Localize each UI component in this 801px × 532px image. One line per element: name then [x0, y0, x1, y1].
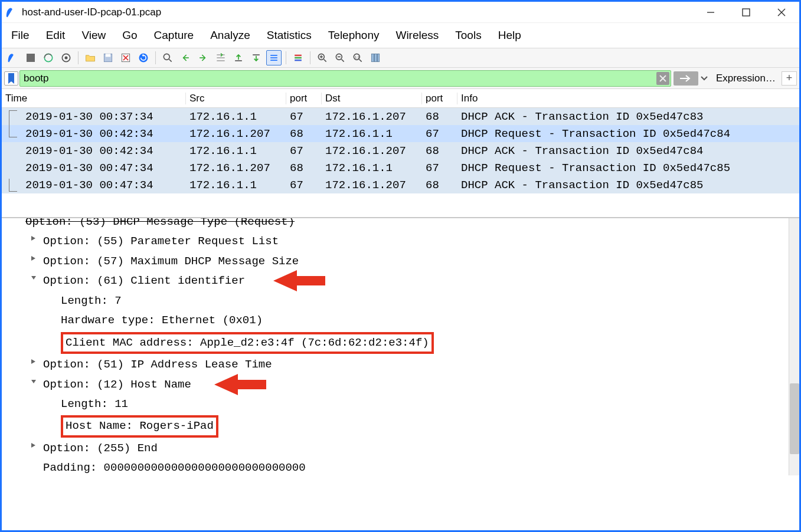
menubar: File Edit View Go Capture Analyze Statis…: [2, 23, 799, 48]
col-header-src[interactable]: Src: [186, 93, 286, 104]
svg-rect-39: [371, 54, 374, 61]
detail-item[interactable]: Hardware type: Ethernet (0x01): [2, 311, 799, 330]
detail-item[interactable]: Length: 11: [2, 395, 799, 414]
packet-details-pane: Option: (53) DHCP Message Type (Request)…: [2, 217, 799, 475]
menu-tools[interactable]: Tools: [455, 29, 481, 42]
col-header-time[interactable]: Time: [2, 93, 186, 104]
svg-rect-9: [106, 54, 110, 57]
close-file-icon[interactable]: [118, 50, 133, 65]
svg-rect-40: [374, 54, 377, 61]
menu-capture[interactable]: Capture: [154, 29, 194, 42]
go-first-icon[interactable]: [231, 50, 246, 65]
table-row[interactable]: 2019-01-30 00:37:34172.16.1.167172.16.1.…: [2, 108, 799, 125]
filter-bar: Expression… +: [2, 68, 799, 89]
col-header-info[interactable]: Info: [457, 93, 799, 104]
minimize-button[interactable]: [702, 4, 719, 21]
svg-rect-4: [27, 54, 35, 62]
reload-icon[interactable]: [136, 50, 151, 65]
main-toolbar: 1:1: [2, 48, 799, 68]
find-packet-icon[interactable]: [160, 50, 175, 65]
detail-item[interactable]: Padding: 000000000000000000000000000000: [2, 458, 799, 475]
menu-statistics[interactable]: Statistics: [267, 29, 312, 42]
stop-capture-icon[interactable]: [23, 50, 38, 65]
bookmark-icon[interactable]: [4, 71, 18, 86]
close-button[interactable]: [773, 4, 790, 21]
display-filter-field[interactable]: [24, 73, 656, 84]
go-last-icon[interactable]: [249, 50, 264, 65]
menu-analyze[interactable]: Analyze: [210, 29, 250, 42]
detail-item[interactable]: Option: (61) Client identifier: [2, 271, 799, 291]
save-file-icon[interactable]: [100, 50, 116, 65]
wireshark-fin-icon: [5, 6, 18, 19]
filter-history-dropdown[interactable]: [699, 76, 709, 81]
resize-columns-icon[interactable]: [368, 50, 383, 65]
menu-telephony[interactable]: Telephony: [328, 29, 380, 42]
window-title: host-and-user-ID-pcap-01.pcap: [22, 6, 161, 18]
detail-item[interactable]: Option: (51) IP Address Lease Time: [2, 355, 799, 375]
go-back-icon[interactable]: [178, 50, 193, 65]
detail-item[interactable]: Option: (57) Maximum DHCP Message Size: [2, 252, 799, 271]
detail-item[interactable]: Client MAC address: Apple_d2:e3:4f (7c:6…: [2, 331, 799, 355]
auto-scroll-icon[interactable]: [266, 50, 282, 65]
menu-edit[interactable]: Edit: [46, 29, 66, 42]
zoom-out-icon[interactable]: [332, 50, 348, 65]
maximize-button[interactable]: [738, 4, 754, 21]
svg-point-14: [164, 54, 169, 60]
col-header-dport[interactable]: port: [422, 93, 457, 104]
svg-rect-1: [743, 9, 750, 16]
details-scrollbar[interactable]: [789, 218, 799, 475]
capture-options-icon[interactable]: [58, 50, 74, 65]
go-to-packet-icon[interactable]: [213, 50, 228, 65]
annotation-arrow-icon: [273, 270, 325, 291]
detail-item[interactable]: Option: (12) Host Name: [2, 375, 799, 395]
menu-wireless[interactable]: Wireless: [395, 29, 439, 42]
annotation-arrow-icon: [214, 374, 266, 395]
table-row[interactable]: 2019-01-30 00:47:34172.16.1.167172.16.1.…: [2, 176, 799, 193]
annotation-highlight: Host Name: Rogers-iPad: [61, 415, 218, 437]
svg-line-34: [342, 60, 344, 62]
svg-line-30: [324, 60, 326, 62]
col-header-sport[interactable]: port: [286, 93, 322, 104]
packet-list-header: Time Src port Dst port Info: [2, 89, 799, 108]
col-header-dst[interactable]: Dst: [322, 93, 422, 104]
detail-item[interactable]: Host Name: Rogers-iPad: [2, 414, 799, 438]
detail-item[interactable]: Option: (255) End: [2, 439, 799, 458]
display-filter-input[interactable]: [19, 70, 671, 87]
expression-button[interactable]: Expression…: [714, 73, 778, 84]
window-controls: [702, 4, 790, 21]
colorize-icon[interactable]: [290, 50, 306, 65]
start-capture-icon[interactable]: [5, 50, 21, 65]
detail-item[interactable]: Option: (53) DHCP Message Type (Request): [2, 217, 799, 232]
svg-line-15: [169, 60, 172, 62]
table-row[interactable]: 2019-01-30 00:47:34172.16.1.20768172.16.…: [2, 159, 799, 176]
annotation-highlight: Client MAC address: Apple_d2:e3:4f (7c:6…: [61, 332, 434, 354]
svg-line-37: [359, 60, 362, 62]
detail-item[interactable]: Length: 7: [2, 291, 799, 311]
detail-item[interactable]: Option: (55) Parameter Request List: [2, 232, 799, 251]
menu-help[interactable]: Help: [498, 29, 521, 42]
titlebar: host-and-user-ID-pcap-01.pcap: [2, 2, 799, 23]
clear-filter-icon[interactable]: [656, 72, 669, 85]
table-row[interactable]: 2019-01-30 00:42:34172.16.1.20768172.16.…: [2, 125, 799, 142]
table-row[interactable]: 2019-01-30 00:42:34172.16.1.167172.16.1.…: [2, 142, 799, 159]
packet-list: 2019-01-30 00:37:34172.16.1.167172.16.1.…: [2, 108, 799, 193]
menu-view[interactable]: View: [81, 29, 106, 42]
svg-rect-41: [377, 54, 379, 61]
svg-text:1:1: 1:1: [355, 55, 359, 59]
menu-file[interactable]: File: [11, 29, 30, 42]
restart-capture-icon[interactable]: [41, 50, 56, 65]
zoom-reset-icon[interactable]: 1:1: [350, 50, 365, 65]
apply-filter-icon[interactable]: [674, 71, 698, 86]
add-filter-button[interactable]: +: [782, 71, 797, 86]
menu-go[interactable]: Go: [122, 29, 137, 42]
open-file-icon[interactable]: [83, 50, 98, 65]
svg-point-7: [65, 57, 68, 60]
go-forward-icon[interactable]: [195, 50, 211, 65]
zoom-in-icon[interactable]: [315, 50, 330, 65]
